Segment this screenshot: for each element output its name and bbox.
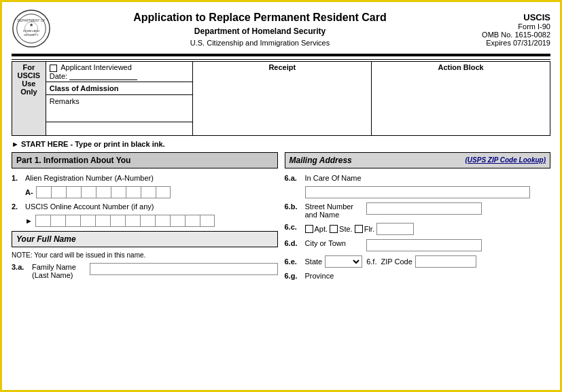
applicant-interviewed-cell: Applicant Interviewed Date: — [46, 62, 192, 82]
acc-seg-1[interactable] — [35, 215, 50, 227]
flr-checkbox-group: Flr. — [355, 225, 374, 233]
expiry: Expires 07/31/2019 — [469, 39, 550, 47]
field6a-row: 6.a. In Care Of Name — [285, 174, 551, 182]
ste-label: Ste. — [339, 225, 353, 233]
state-select[interactable]: AL AK AZ CA NY TX — [325, 255, 362, 268]
seg-4[interactable] — [81, 186, 96, 198]
acc-seg-8[interactable] — [140, 215, 155, 227]
field3a-label: Family Name (Last Name) — [32, 263, 90, 279]
thick-divider — [12, 54, 550, 56]
field6g-label: Province — [305, 272, 366, 280]
acc-seg-3[interactable] — [65, 215, 80, 227]
zip-lookup-link[interactable]: (USPS ZIP Code Lookup) — [465, 156, 546, 164]
svg-text:★: ★ — [29, 22, 33, 27]
field2-row: 2. USCIS Online Account Number (if any) — [12, 202, 278, 211]
flr-checkbox[interactable] — [355, 225, 363, 233]
ste-checkbox-group: Ste. — [330, 225, 353, 233]
seg-5[interactable] — [96, 186, 111, 198]
field6ef-row: 6.e. State AL AK AZ CA NY TX 6.f. ZIP Co… — [285, 255, 551, 268]
apt-checkbox-group: Apt. — [305, 225, 328, 233]
class-admission-label: Class of Admission — [50, 84, 119, 92]
zip-input[interactable] — [415, 255, 476, 268]
field6a-num: 6.a. — [285, 174, 305, 182]
field6d-label: City or Town — [305, 239, 366, 247]
acc-seg-9[interactable] — [155, 215, 170, 227]
action-header: Action Block — [375, 63, 546, 71]
field2-num: 2. — [12, 202, 25, 211]
acc-seg-7[interactable] — [125, 215, 140, 227]
a-number-input[interactable] — [36, 186, 171, 198]
seg-9[interactable] — [156, 186, 171, 198]
checkbox-applicant — [50, 65, 57, 72]
in-care-of-input[interactable] — [305, 186, 531, 198]
agency-label: USCIS — [469, 12, 550, 22]
field6f-num: 6.f. — [366, 257, 376, 266]
field6d-row: 6.d. City or Town — [285, 239, 551, 251]
uscis-use-table: For USCIS Use Only Applicant Interviewed… — [12, 61, 550, 136]
main-content: Part 1. Information About You 1. Alien R… — [12, 152, 550, 284]
city-input[interactable] — [366, 239, 482, 251]
page: DEPARTMENT OF ★ HOMELAND SECURITY Applic… — [0, 0, 562, 392]
apt-checkbox[interactable] — [305, 225, 313, 233]
acc-seg-12[interactable] — [200, 215, 215, 227]
full-name-header: Your Full Name — [12, 231, 278, 247]
empty-cell — [46, 122, 192, 135]
start-here-text: ► START HERE - Type or print in black in… — [12, 140, 550, 148]
apt-label: Apt. — [315, 225, 328, 233]
receipt-header: Receipt — [196, 63, 368, 71]
seg-3[interactable] — [66, 186, 81, 198]
field2-input-row: ► — [25, 215, 278, 227]
field2-label: USCIS Online Account Number (if any) — [25, 202, 278, 211]
acc-seg-11[interactable] — [185, 215, 200, 227]
family-name-input[interactable] — [90, 263, 278, 275]
arrow-label: ► — [25, 217, 33, 225]
field1-input-row: A- — [25, 186, 278, 198]
mailing-header: Mailing Address (USPS ZIP Code Lookup) — [285, 152, 551, 168]
acc-seg-2[interactable] — [50, 215, 65, 227]
logo: DEPARTMENT OF ★ HOMELAND SECURITY — [12, 9, 51, 50]
svg-text:HOMELAND: HOMELAND — [23, 29, 40, 33]
action-cell: Action Block — [372, 62, 550, 136]
zip-code-label: ZIP Code — [381, 257, 412, 266]
seg-7[interactable] — [126, 186, 141, 198]
field6b-row: 6.b. Street Number and Name — [285, 202, 551, 219]
part1-header: Part 1. Information About You — [12, 152, 278, 168]
seg-2[interactable] — [51, 186, 66, 198]
seg-8[interactable] — [141, 186, 156, 198]
seg-6[interactable] — [111, 186, 126, 198]
uscis-label: For USCIS Use Only — [12, 62, 46, 136]
apt-ste-flr-input[interactable] — [376, 223, 414, 235]
field3a-row: 3.a. Family Name (Last Name) — [12, 263, 278, 279]
omb-number: OMB No. 1615-0082 — [469, 31, 550, 39]
acc-seg-6[interactable] — [110, 215, 125, 227]
field6d-num: 6.d. — [285, 239, 305, 247]
header: DEPARTMENT OF ★ HOMELAND SECURITY Applic… — [12, 9, 550, 50]
flr-label: Flr. — [364, 225, 374, 233]
dept-name: Department of Homeland Security — [51, 26, 469, 36]
field3a-num: 3.a. — [12, 263, 32, 271]
field6a-label: In Care Of Name — [305, 174, 366, 182]
field6b-num: 6.b. — [285, 202, 305, 211]
mailing-title: Mailing Address — [289, 156, 352, 165]
thin-divider — [12, 59, 550, 60]
a-prefix: A- — [25, 188, 33, 196]
seg-1[interactable] — [36, 186, 51, 198]
field6c-num: 6.c. — [285, 223, 305, 231]
state-label: State — [305, 257, 323, 266]
right-section: Mailing Address (USPS ZIP Code Lookup) 6… — [285, 152, 551, 284]
applicant-interviewed-label: Applicant Interviewed — [60, 63, 132, 71]
form-title: Application to Replace Permanent Residen… — [51, 12, 469, 24]
account-number-input[interactable] — [35, 215, 215, 227]
form-number: Form I-90 — [469, 22, 550, 31]
street-input[interactable] — [366, 202, 482, 215]
ste-checkbox[interactable] — [330, 225, 338, 233]
acc-seg-5[interactable] — [95, 215, 110, 227]
receipt-cell: Receipt — [193, 62, 372, 136]
field6g-row: 6.g. Province — [285, 272, 551, 280]
acc-seg-10[interactable] — [170, 215, 185, 227]
header-title: Application to Replace Permanent Residen… — [51, 12, 469, 47]
field6e-num: 6.e. — [285, 257, 305, 266]
acc-seg-4[interactable] — [80, 215, 95, 227]
header-right: USCIS Form I-90 OMB No. 1615-0082 Expire… — [469, 12, 550, 47]
name-note: NOTE: Your card will be issued in this n… — [12, 251, 278, 259]
